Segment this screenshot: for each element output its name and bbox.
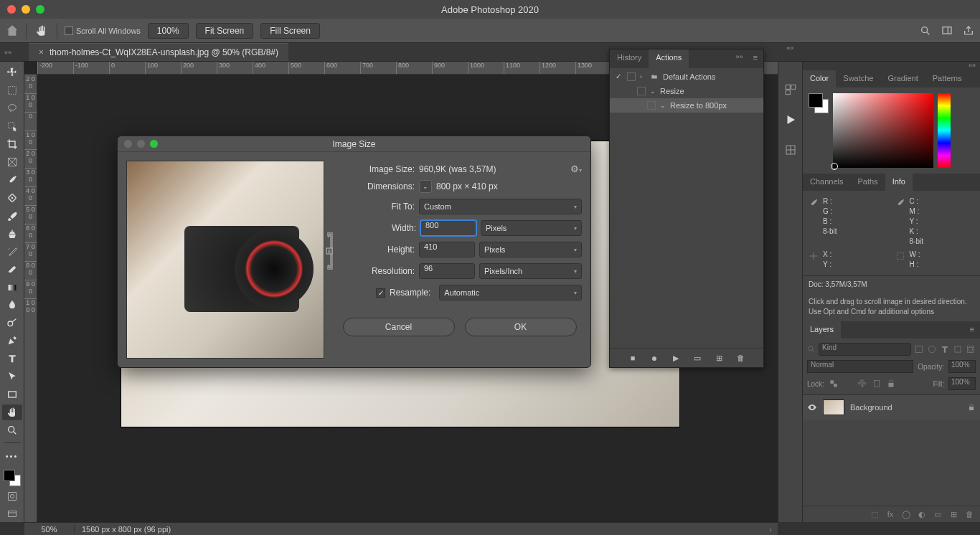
new-icon[interactable]: ⊞	[714, 353, 724, 363]
blend-mode-select[interactable]: Normal	[807, 360, 913, 373]
trash-icon[interactable]: 🗑	[964, 509, 974, 519]
width-unit-select[interactable]: Pixels▾	[481, 220, 582, 236]
tab-paths[interactable]: Paths	[850, 174, 885, 191]
fit-to-select[interactable]: Custom▾	[419, 199, 582, 214]
tab-color[interactable]: Color	[803, 70, 836, 87]
checkbox-icon[interactable]	[65, 27, 73, 35]
stop-icon[interactable]: ■	[628, 353, 638, 363]
dialog-zoom[interactable]	[150, 140, 158, 148]
gradient-tool[interactable]	[2, 279, 22, 295]
filter-shape-icon[interactable]	[953, 344, 963, 354]
layer-thumbnail[interactable]	[823, 399, 844, 415]
clone-tool[interactable]	[2, 225, 22, 242]
lock-icon[interactable]	[967, 403, 976, 412]
home-icon[interactable]	[6, 24, 19, 37]
close-tab-icon[interactable]: ×	[39, 47, 44, 57]
new-layer-icon[interactable]: ⊞	[948, 509, 958, 519]
play-icon[interactable]: ▶	[671, 353, 681, 363]
play-icon[interactable]	[784, 113, 797, 126]
history-brush-tool[interactable]	[2, 243, 22, 260]
height-input[interactable]: 410	[419, 242, 475, 257]
rectangle-tool[interactable]	[2, 387, 22, 403]
workspace-icon[interactable]	[941, 25, 953, 37]
folder-icon[interactable]: ▭	[692, 353, 702, 363]
status-nav-icon[interactable]: ›	[763, 525, 778, 534]
path-select-tool[interactable]	[2, 369, 22, 385]
fx-icon[interactable]: fx	[885, 509, 895, 519]
layer-filter-kind[interactable]: Kind	[819, 343, 911, 356]
ruler-vertical[interactable]: 2 0 01 0 001 0 02 0 03 0 04 0 05 0 06 0 …	[24, 75, 37, 522]
color-swatches[interactable]	[4, 470, 21, 486]
tab-history[interactable]: History	[610, 49, 649, 68]
lock-artboard-icon[interactable]	[872, 379, 882, 389]
collapse-panels-icon[interactable]: »»	[803, 62, 980, 70]
lock-trans-icon[interactable]	[829, 379, 839, 389]
lasso-tool[interactable]	[2, 100, 22, 117]
dialog-close[interactable]	[124, 140, 132, 148]
filter-type-icon[interactable]	[940, 344, 950, 354]
panel-menu-icon[interactable]: ≡	[964, 321, 980, 338]
tab-actions[interactable]: Actions	[649, 49, 689, 68]
dialog-preview[interactable]	[126, 161, 324, 359]
opacity-input[interactable]: 100%	[948, 360, 976, 373]
dimensions-unit-icon[interactable]: ⌄	[419, 180, 432, 193]
filter-smart-icon[interactable]	[966, 344, 976, 354]
hue-slider[interactable]	[938, 93, 951, 168]
tab-info[interactable]: Info	[885, 174, 913, 191]
height-unit-select[interactable]: Pixels▾	[479, 242, 582, 257]
brush-tool[interactable]	[2, 207, 22, 224]
resample-checkbox[interactable]: ✓	[376, 288, 385, 298]
dodge-tool[interactable]	[2, 315, 22, 331]
collapse-strip-icon[interactable]: ««	[786, 44, 793, 52]
collapse-toolbar-icon[interactable]: ««	[4, 49, 11, 56]
tab-patterns[interactable]: Patterns	[925, 70, 969, 87]
pen-tool[interactable]	[2, 333, 22, 349]
filter-pixel-icon[interactable]	[914, 344, 924, 354]
width-input[interactable]: 800	[420, 220, 476, 236]
action-row[interactable]: ✓ › Default Actions	[610, 70, 763, 84]
cancel-button[interactable]: Cancel	[343, 318, 455, 336]
healing-tool[interactable]	[2, 189, 22, 206]
quick-select-tool[interactable]	[2, 118, 22, 135]
trash-icon[interactable]: 🗑	[735, 353, 745, 363]
panel-icon-1[interactable]	[784, 83, 797, 96]
share-icon[interactable]	[963, 25, 974, 37]
collapse-icon[interactable]: »»	[732, 49, 748, 68]
eyedropper-tool[interactable]	[2, 172, 22, 189]
eraser-tool[interactable]	[2, 261, 22, 278]
status-zoom[interactable]: 50%	[24, 525, 75, 534]
folder-icon[interactable]: ▭	[933, 509, 943, 519]
action-check-icon[interactable]: ✓	[614, 72, 623, 81]
hand-tool[interactable]	[2, 404, 22, 421]
record-icon[interactable]: ●	[649, 353, 659, 363]
tab-layers[interactable]: Layers	[803, 321, 841, 338]
frame-tool[interactable]	[2, 154, 22, 171]
panel-icon-3[interactable]	[784, 143, 797, 156]
color-fgbg[interactable]	[809, 93, 829, 113]
tab-gradients[interactable]: Gradient	[881, 70, 925, 87]
quickmask-tool[interactable]	[2, 488, 22, 504]
action-dialog-icon[interactable]	[627, 72, 636, 81]
fill-input[interactable]: 100%	[948, 377, 976, 390]
mask-icon[interactable]: ◯	[901, 509, 911, 519]
action-row[interactable]: ⌄ Resize	[610, 84, 763, 98]
hand-tool-icon[interactable]	[34, 23, 50, 39]
resolution-input[interactable]: 96	[419, 263, 475, 279]
link-icon[interactable]: 8	[325, 232, 334, 270]
document-tab[interactable]: × thom-holmes-Ct_WqIX28EA-unsplash.jpg @…	[29, 43, 288, 61]
move-tool[interactable]	[2, 65, 22, 81]
blur-tool[interactable]	[2, 297, 22, 313]
status-info[interactable]: 1560 px x 800 px (96 ppi)	[75, 525, 763, 534]
resample-select[interactable]: Automatic▾	[439, 285, 582, 300]
link-layers-icon[interactable]: ⬚	[870, 509, 880, 519]
close-window[interactable]	[7, 5, 16, 14]
marquee-tool[interactable]	[2, 82, 22, 99]
fit-screen-button[interactable]: Fit Screen	[196, 23, 254, 39]
screenmode-tool[interactable]	[2, 506, 22, 522]
zoom-tool[interactable]	[2, 422, 22, 438]
layer-name[interactable]: Background	[850, 403, 892, 412]
gear-icon[interactable]: ⚙▾	[570, 164, 582, 174]
foreground-color[interactable]	[4, 470, 15, 481]
scroll-all-windows-check[interactable]: Scroll All Windows	[65, 27, 141, 35]
layer-item[interactable]: Background	[803, 394, 980, 420]
